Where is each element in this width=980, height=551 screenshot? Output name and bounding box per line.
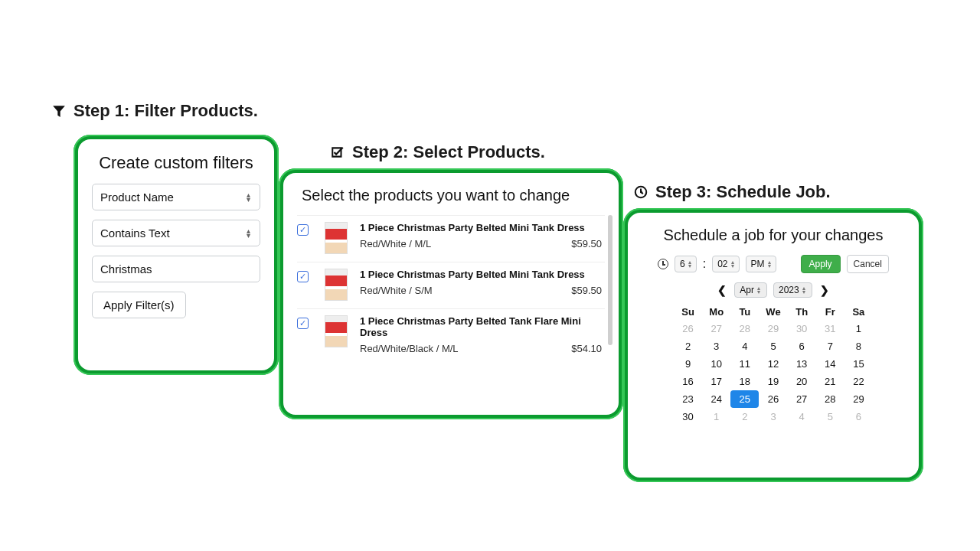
calendar-day[interactable]: 1 xyxy=(702,408,730,425)
calendar-week-row: 16171819202122 xyxy=(674,373,873,390)
calendar-dow: Su xyxy=(674,304,702,320)
calendar-day[interactable]: 4 xyxy=(730,337,759,355)
scrollbar[interactable] xyxy=(608,215,612,345)
calendar-day[interactable]: 3 xyxy=(759,408,787,425)
product-price: $59.50 xyxy=(571,285,602,296)
hour-value: 6 xyxy=(680,259,685,269)
calendar-day[interactable]: 9 xyxy=(674,355,702,373)
product-price: $54.10 xyxy=(571,343,602,354)
product-variant: Red/White / S/M xyxy=(360,285,433,296)
hour-input[interactable]: 6 ▴▾ xyxy=(675,256,697,272)
calendar-dow: Th xyxy=(788,304,816,320)
filter-field-select-value: Product Name xyxy=(100,191,174,204)
calendar-day[interactable]: 30 xyxy=(788,320,816,337)
month-select[interactable]: Apr ▴▾ xyxy=(734,282,767,298)
calendar-dow: Fr xyxy=(816,304,844,320)
step2-card-title: Select the products you want to change xyxy=(302,187,605,204)
calendar-day[interactable]: 27 xyxy=(788,390,816,408)
product-thumbnail xyxy=(325,315,348,347)
step2-card: Select the products you want to change ✓… xyxy=(279,168,623,419)
calendar: SuMoTuWeThFrSa 2627282930311234567891011… xyxy=(674,304,873,425)
calendar-day[interactable]: 2 xyxy=(730,408,759,425)
calendar-day[interactable]: 18 xyxy=(730,373,759,390)
calendar-day[interactable]: 7 xyxy=(816,337,844,355)
calendar-day[interactable]: 2 xyxy=(674,337,702,355)
calendar-dow: Tu xyxy=(730,304,759,320)
calendar-day[interactable]: 4 xyxy=(788,408,816,425)
calendar-day[interactable]: 13 xyxy=(788,355,816,373)
product-thumbnail xyxy=(325,222,348,254)
product-variant: Red/White/Black / M/L xyxy=(360,343,459,354)
calendar-day[interactable]: 14 xyxy=(816,355,844,373)
calendar-day[interactable]: 3 xyxy=(702,337,730,355)
filter-field-select[interactable]: Product Name ▴▾ xyxy=(92,184,260,210)
stepper-icon: ▴▾ xyxy=(244,193,252,202)
calendar-day[interactable]: 25 xyxy=(730,390,759,408)
product-row: ✓1 Piece Christmas Party Belted Mini Tan… xyxy=(297,215,605,262)
product-thumbnail xyxy=(325,269,348,301)
step3-heading-text: Step 3: Schedule Job. xyxy=(655,182,831,202)
filter-operator-select-value: Contains Text xyxy=(100,227,170,240)
calendar-day[interactable]: 29 xyxy=(844,390,873,408)
calendar-day[interactable]: 30 xyxy=(674,408,702,425)
calendar-day[interactable]: 29 xyxy=(759,320,787,337)
minute-value: 02 xyxy=(717,259,727,269)
calendar-day[interactable]: 11 xyxy=(730,355,759,373)
calendar-day[interactable]: 16 xyxy=(674,373,702,390)
calendar-day[interactable]: 24 xyxy=(702,390,730,408)
calendar-day[interactable]: 6 xyxy=(788,337,816,355)
calendar-day[interactable]: 19 xyxy=(759,373,787,390)
step1-heading: Step 1: Filter Products. xyxy=(52,101,258,121)
minute-input[interactable]: 02 ▴▾ xyxy=(712,256,739,272)
step1-card-title: Create custom filters xyxy=(92,153,260,173)
apply-filters-label: Apply Filter(s) xyxy=(103,298,175,311)
filter-value-input[interactable]: Christmas xyxy=(92,256,260,282)
filter-icon xyxy=(52,104,66,118)
calendar-day[interactable]: 26 xyxy=(674,320,702,337)
step3-heading: Step 3: Schedule Job. xyxy=(634,182,831,202)
ampm-input[interactable]: PM ▴▾ xyxy=(746,256,776,272)
calendar-day[interactable]: 1 xyxy=(844,320,873,337)
calendar-week-row: 2627282930311 xyxy=(674,320,873,337)
stepper-icon: ▴▾ xyxy=(731,260,734,268)
prev-month-button[interactable]: ❮ xyxy=(716,284,728,296)
year-select[interactable]: 2023 ▴▾ xyxy=(773,282,812,298)
product-checkbox[interactable]: ✓ xyxy=(297,318,309,329)
calendar-day[interactable]: 5 xyxy=(759,337,787,355)
calendar-day[interactable]: 10 xyxy=(702,355,730,373)
apply-button[interactable]: Apply xyxy=(801,255,841,273)
calendar-day[interactable]: 5 xyxy=(816,408,844,425)
calendar-dow: We xyxy=(759,304,787,320)
step2-heading: Step 2: Select Products. xyxy=(331,142,545,162)
filter-operator-select[interactable]: Contains Text ▴▾ xyxy=(92,220,260,246)
calendar-day[interactable]: 12 xyxy=(759,355,787,373)
step1-heading-text: Step 1: Filter Products. xyxy=(74,101,258,121)
calendar-day[interactable]: 21 xyxy=(816,373,844,390)
calendar-day[interactable]: 26 xyxy=(759,390,787,408)
cancel-button[interactable]: Cancel xyxy=(847,255,889,273)
next-month-button[interactable]: ❯ xyxy=(818,284,831,296)
calendar-week-row: 23242526272829 xyxy=(674,390,873,408)
calendar-week-row: 2345678 xyxy=(674,337,873,355)
calendar-day[interactable]: 28 xyxy=(730,320,759,337)
calendar-day[interactable]: 6 xyxy=(844,408,873,425)
calendar-day[interactable]: 23 xyxy=(674,390,702,408)
calendar-day[interactable]: 27 xyxy=(702,320,730,337)
year-value: 2023 xyxy=(779,285,799,295)
check-square-icon xyxy=(331,145,345,159)
product-checkbox[interactable]: ✓ xyxy=(297,224,309,236)
calendar-day[interactable]: 31 xyxy=(816,320,844,337)
step3-card: Schedule a job for your changes 6 ▴▾ : 0… xyxy=(623,208,923,482)
calendar-day[interactable]: 20 xyxy=(788,373,816,390)
calendar-day[interactable]: 22 xyxy=(844,373,873,390)
calendar-dow: Sa xyxy=(844,304,873,320)
product-checkbox[interactable]: ✓ xyxy=(297,271,309,282)
calendar-day[interactable]: 28 xyxy=(816,390,844,408)
calendar-day[interactable]: 15 xyxy=(844,355,873,373)
apply-filters-button[interactable]: Apply Filter(s) xyxy=(92,292,186,318)
calendar-nav: ❮ Apr ▴▾ 2023 ▴▾ ❯ xyxy=(642,282,905,298)
filter-value-input-text: Christmas xyxy=(100,262,152,276)
calendar-day[interactable]: 17 xyxy=(702,373,730,390)
stepper-icon: ▴▾ xyxy=(757,286,760,294)
calendar-day[interactable]: 8 xyxy=(844,337,873,355)
